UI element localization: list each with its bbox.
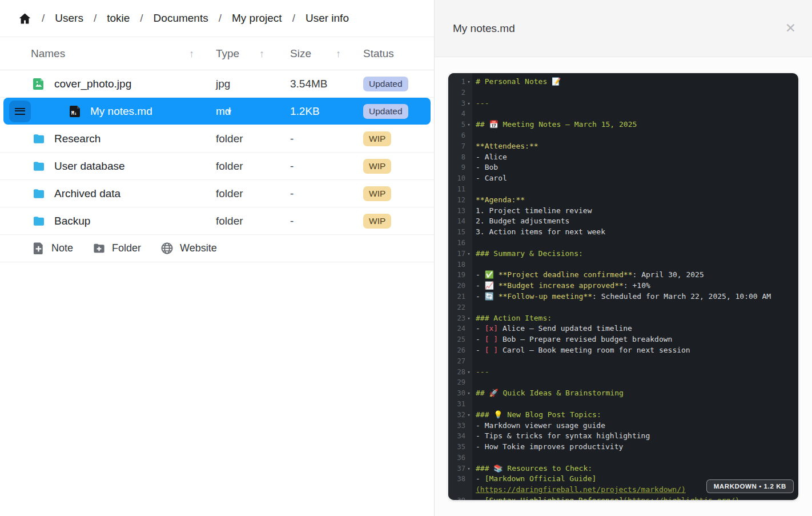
code-text: - [Syntax Highlighting Reference](https:… — [472, 495, 798, 500]
fold-arrow-icon[interactable]: ▾ — [465, 410, 472, 421]
fold-arrow-icon — [465, 495, 472, 500]
breadcrumb-item[interactable]: tokie — [107, 12, 130, 25]
code-text — [472, 109, 798, 119]
home-icon[interactable] — [18, 12, 31, 25]
status-badge: WIP — [363, 186, 391, 201]
table-row[interactable]: User databasefolder-WIP — [0, 153, 434, 180]
code-text: - [x] Alice — Send updated timeline — [472, 323, 798, 334]
fold-arrow-icon[interactable]: ▾ — [465, 463, 472, 474]
fold-arrow-icon — [465, 356, 472, 367]
breadcrumb-separator: / — [140, 12, 143, 25]
code-line: 32▾### 💡 New Blog Post Topics: — [448, 410, 798, 421]
line-number: 11 — [448, 184, 465, 195]
gutter-cell: 37▾ — [448, 463, 472, 474]
code-text — [472, 356, 798, 367]
code-text — [472, 238, 798, 249]
file-type: folder — [216, 187, 243, 200]
table-row[interactable]: Archived datafolder-WIP — [0, 180, 434, 207]
fold-arrow-icon — [465, 109, 472, 119]
line-number: 16 — [448, 238, 465, 249]
line-number: 33 — [448, 421, 465, 431]
file-name: Archived data — [54, 187, 120, 200]
code-text: - Alice — [472, 152, 798, 163]
sort-type-icon[interactable]: ↑ — [259, 47, 264, 59]
line-number: 27 — [448, 356, 465, 367]
code-text: --- — [472, 367, 798, 378]
line-number: 1 — [448, 77, 465, 87]
sort-size-icon[interactable]: ↑ — [336, 47, 341, 59]
column-header-type[interactable]: Type — [216, 47, 239, 60]
drag-handle[interactable] — [9, 101, 31, 122]
file-type: folder — [216, 215, 243, 227]
fold-arrow-icon[interactable]: ▾ — [465, 367, 472, 378]
line-number: 36 — [448, 453, 465, 463]
line-number: 6 — [448, 130, 465, 141]
sort-names-icon[interactable]: ↑ — [189, 47, 194, 59]
action-label: Folder — [112, 242, 141, 254]
fold-arrow-icon[interactable]: ▾ — [465, 313, 472, 324]
gutter-cell: 9 — [448, 162, 472, 173]
status-badge: Updated — [363, 104, 408, 119]
code-text: --- — [472, 98, 798, 109]
table-row[interactable]: Researchfolder-WIP — [0, 125, 434, 153]
table-row[interactable]: Backupfolder-WIP — [0, 207, 434, 235]
breadcrumb-item[interactable]: User info — [305, 12, 349, 25]
breadcrumb-separator: / — [292, 12, 295, 25]
gutter-cell: 4 — [448, 109, 472, 119]
code-text: - Bob — [472, 162, 798, 173]
close-icon[interactable]: ✕ — [785, 22, 796, 35]
code-text — [472, 399, 798, 410]
breadcrumb-separator: / — [219, 12, 222, 25]
note-button[interactable]: Note — [32, 242, 73, 255]
fold-arrow-icon[interactable]: ▾ — [465, 249, 472, 259]
line-number: 9 — [448, 162, 465, 173]
breadcrumb-separator: / — [42, 12, 45, 25]
website-button[interactable]: Website — [160, 242, 217, 255]
file-type-badge: MARKDOWN • 1.2 KB — [706, 479, 794, 493]
column-header-size[interactable]: Size — [290, 47, 311, 60]
markdown-editor[interactable]: 1▾# Personal Notes 📝23▾---45▾## 📅 Meetin… — [448, 73, 798, 500]
fold-arrow-icon — [465, 216, 472, 227]
folder-icon — [32, 132, 46, 146]
folder-button[interactable]: Folder — [93, 242, 141, 255]
breadcrumb-item[interactable]: My project — [232, 12, 282, 25]
file-list: cover_photo.jpgjpg3.54MBUpdatedM↓My note… — [0, 70, 434, 235]
fold-arrow-icon — [465, 238, 472, 249]
code-line: 27 — [448, 356, 798, 367]
gutter-cell: 11 — [448, 184, 472, 195]
file-size: 1.2KB — [290, 105, 320, 118]
fold-arrow-icon[interactable]: ▾ — [465, 119, 472, 130]
breadcrumb-item[interactable]: Users — [55, 12, 83, 25]
line-number: 4 — [448, 109, 465, 119]
fold-arrow-icon — [465, 323, 472, 334]
column-header-names[interactable]: Names — [31, 47, 65, 60]
code-line: 25- [ ] Bob — Prepare revised budget bre… — [448, 334, 798, 345]
table-row[interactable]: M↓My notes.md▼md1.2KBUpdated — [0, 98, 434, 125]
code-line: 19- ✅ **Project deadline confirmed**: Ap… — [448, 270, 798, 281]
line-number: 28 — [448, 367, 465, 378]
line-number: 39 — [448, 495, 465, 500]
code-line: 3▾--- — [448, 98, 798, 109]
gutter-cell: 3▾ — [448, 98, 472, 109]
line-number: 24 — [448, 323, 465, 334]
table-row[interactable]: cover_photo.jpgjpg3.54MBUpdated — [0, 70, 434, 98]
code-text: 3. Action items for next week — [472, 227, 798, 238]
code-line: 2 — [448, 87, 798, 98]
line-number: 15 — [448, 227, 465, 238]
breadcrumb-item[interactable]: Documents — [154, 12, 208, 25]
gutter-cell: 33 — [448, 421, 472, 431]
code-line: 131. Project timeline review — [448, 206, 798, 217]
file-name: Backup — [54, 215, 90, 227]
fold-arrow-icon — [465, 302, 472, 313]
preview-title: My notes.md — [453, 22, 515, 35]
gutter-cell: 23▾ — [448, 313, 472, 324]
code-text: ### 💡 New Blog Post Topics: — [472, 410, 798, 421]
fold-arrow-icon[interactable]: ▾ — [465, 77, 472, 87]
app-window: /Users/tokie/Documents/My project/User i… — [0, 0, 812, 516]
gutter-cell: 25 — [448, 334, 472, 345]
fold-arrow-icon[interactable]: ▾ — [465, 98, 472, 109]
fold-arrow-icon[interactable]: ▾ — [465, 388, 472, 399]
note-plus-icon — [32, 242, 45, 255]
code-line: 12**Agenda:** — [448, 195, 798, 206]
code-text: - Carol — [472, 173, 798, 184]
